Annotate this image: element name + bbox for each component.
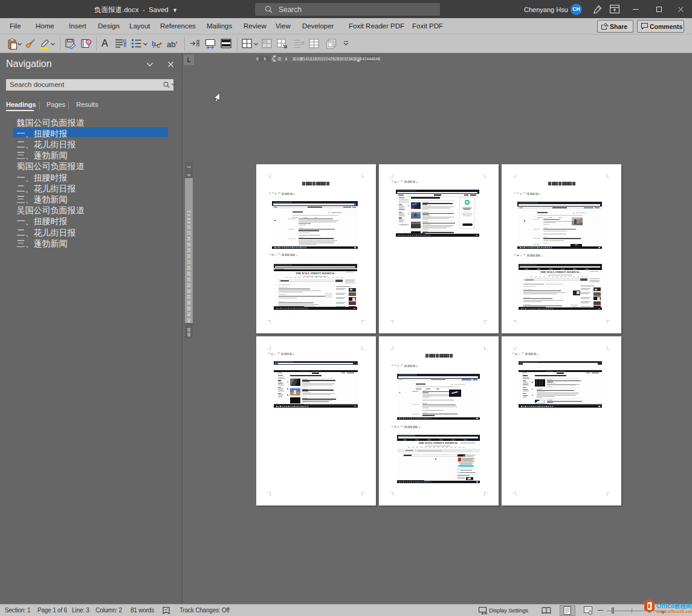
svg-text:c: c: [157, 42, 160, 49]
